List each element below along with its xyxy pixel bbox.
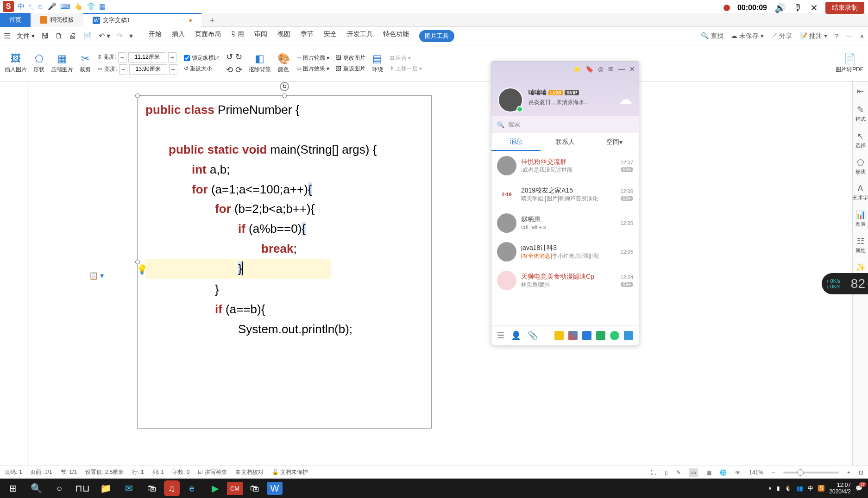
tray-up-icon[interactable]: ∧ (768, 485, 772, 492)
panel-prop[interactable]: ☷属性 (855, 236, 866, 254)
wrap-button[interactable]: ▤环绕 (372, 53, 383, 74)
panel-art[interactable]: A艺术字 (853, 184, 868, 201)
app1-icon[interactable] (554, 331, 564, 340)
tray-sogou-icon[interactable]: S (818, 485, 824, 492)
moveup-button[interactable]: ⬆ 上移一层 ▾ (390, 65, 422, 73)
qq-chat-list[interactable]: 佳悦粉丝交流群:或者是我没见过世面 12:0799+ 2·19 2019校友之家… (491, 151, 639, 317)
zoom-in-button[interactable]: + (847, 469, 850, 476)
mic2-icon[interactable]: 🎙 (793, 3, 803, 13)
menu-page[interactable]: 页面布局 (195, 30, 221, 42)
menu-chapter[interactable]: 章节 (301, 30, 314, 42)
spellcheck-button[interactable]: ☑ 拼写检查 (198, 468, 226, 476)
tab-document[interactable]: W文字文稿1● (83, 13, 201, 27)
height-plus[interactable]: + (168, 52, 176, 62)
height-input[interactable] (128, 52, 166, 62)
panel-chart[interactable]: 📊图表 (855, 210, 866, 228)
status-page[interactable]: 页码: 1 (5, 468, 22, 476)
resetpic-button[interactable]: 🖼 重设图片 (336, 65, 365, 73)
wps-tb-icon[interactable]: W (267, 482, 283, 495)
handle-tc[interactable] (282, 93, 287, 98)
proof-button[interactable]: ⊞ 文档校对 (235, 468, 264, 476)
chat-item[interactable]: 佳悦粉丝交流群:或者是我没见过世面 12:0799+ (491, 151, 639, 180)
width-input[interactable] (129, 64, 167, 75)
ime-cn[interactable]: 中 (18, 2, 25, 11)
tray-people-icon[interactable]: 👥 (796, 485, 803, 492)
menu-view[interactable]: 视图 (277, 30, 290, 42)
speaker-icon[interactable]: 🔊 (774, 2, 786, 13)
layout2-icon[interactable]: ▦ (706, 469, 711, 476)
panel-select[interactable]: ↖选择 (855, 131, 866, 149)
mic-icon[interactable]: 🎤 (48, 2, 57, 11)
tray-qq-icon[interactable]: 🐧 (785, 485, 792, 492)
menu-ref[interactable]: 引用 (231, 30, 244, 42)
fit-icon[interactable]: ⊡ (859, 469, 863, 476)
app2-icon[interactable] (568, 331, 578, 340)
unprotect-button[interactable]: 🔓 文档未保护 (272, 468, 308, 476)
explorer-icon[interactable]: 📁 (94, 480, 117, 497)
eye-icon[interactable]: 👁 (735, 469, 741, 476)
cortana-icon[interactable]: ○ (48, 480, 70, 497)
crop-button[interactable]: ✂裁剪 (80, 53, 91, 74)
qq-mail-icon[interactable]: ✉ (608, 65, 614, 73)
mail-tb-icon[interactable]: ✉ (118, 480, 140, 497)
qq-search[interactable]: 🔍搜索 (491, 116, 639, 133)
search-button[interactable]: 🔍 查找 (701, 32, 723, 40)
rotate-left-icon[interactable]: ↺ ↻ (226, 52, 242, 62)
print-icon[interactable]: 🖨 (69, 32, 76, 40)
status-pages[interactable]: 页面: 1/1 (30, 468, 52, 476)
chat-item[interactable]: 天狮电竞美食动漫蹦迪Cp林羡鱼/颤抖 12:0499+ (491, 266, 639, 295)
bag-icon[interactable]: 🛍 (244, 480, 266, 497)
app5-icon[interactable] (610, 331, 619, 340)
zoom-value[interactable]: 141% (749, 469, 763, 476)
zoom-out-button[interactable]: − (772, 469, 775, 476)
rotate-icons[interactable]: ⟲ ⟳ (226, 65, 242, 75)
qq-star-icon[interactable]: ⭐ (573, 65, 581, 73)
smile-icon[interactable]: ☺ (37, 3, 44, 11)
zoom-slider[interactable] (783, 472, 839, 473)
qq-minimize-button[interactable]: — (618, 65, 625, 73)
annotate-button[interactable]: 📝 批注 ▾ (799, 32, 827, 40)
reset-size-button[interactable]: ↺ 重设大小 (184, 65, 220, 73)
width-minus[interactable]: − (119, 64, 127, 75)
player-icon[interactable]: ▶ (204, 480, 226, 497)
layout1-icon[interactable]: ▭ (689, 468, 698, 477)
outline-button[interactable]: ▭ 图片轮廓 ▾ (296, 54, 330, 62)
unsaved-button[interactable]: ☁ 未保存 ▾ (731, 32, 764, 40)
more-icon[interactable]: ⋯ (846, 32, 852, 40)
undo-icon[interactable]: ↶ ▾ (99, 31, 110, 40)
keyboard-icon[interactable]: ⌨ (60, 2, 70, 11)
web-icon[interactable]: 🌐 (720, 469, 727, 476)
menu-safe[interactable]: 安全 (324, 30, 337, 42)
qq-tab-space[interactable]: 空间 ▾ (590, 133, 639, 151)
tab-daoke[interactable]: 稻壳模板 (31, 13, 83, 27)
group-button[interactable]: ⊞ 组合 ▾ (390, 54, 422, 62)
chat-item[interactable]: 赵柄惠crtl+alt＋s 12:05 (491, 209, 639, 237)
share-button[interactable]: ↗ 分享 (771, 32, 793, 40)
qq-tab-messages[interactable]: 消息 (491, 133, 541, 151)
fullscreen-icon[interactable]: ⛶ (651, 469, 656, 476)
edit-icon[interactable]: ✎ (676, 469, 681, 476)
color-button[interactable]: 🎨颜色 (277, 53, 290, 74)
print2-icon[interactable]: 📄 (83, 31, 92, 40)
menu-review[interactable]: 审阅 (254, 30, 267, 42)
effect-button[interactable]: ▭ 图片效果 ▾ (296, 65, 330, 73)
net-speed-widget[interactable]: ↑ 0K/s ↓ 0K/s 82 (822, 273, 868, 294)
search-tb-icon[interactable]: 🔍 (25, 480, 47, 497)
height-minus[interactable]: − (118, 52, 126, 62)
shape-button[interactable]: ⬠形状 (33, 53, 44, 74)
new-tab-button[interactable]: ＋ (201, 14, 223, 25)
rotate-handle[interactable]: ↻ (280, 82, 289, 91)
save-icon[interactable]: 🖫 (41, 32, 49, 40)
status-chars[interactable]: 字数: 0 (172, 468, 189, 476)
close-rec-icon[interactable]: ✕ (810, 2, 818, 13)
menu-icon[interactable]: ☰ (497, 330, 504, 341)
qq-tab-contacts[interactable]: 联系人 (541, 133, 590, 151)
lightbulb-icon[interactable]: 💡 (136, 262, 148, 277)
cm-icon[interactable]: CM (227, 482, 243, 495)
width-plus[interactable]: + (169, 64, 177, 75)
hand-icon[interactable]: 👆 (74, 2, 83, 11)
panel-style[interactable]: ✎样式 (855, 105, 866, 123)
panel-expand[interactable]: ⇤ (857, 86, 864, 96)
tab-home[interactable]: 首页 (0, 13, 31, 27)
lock-ratio-checkbox[interactable]: 锁定纵横比 (184, 54, 220, 62)
